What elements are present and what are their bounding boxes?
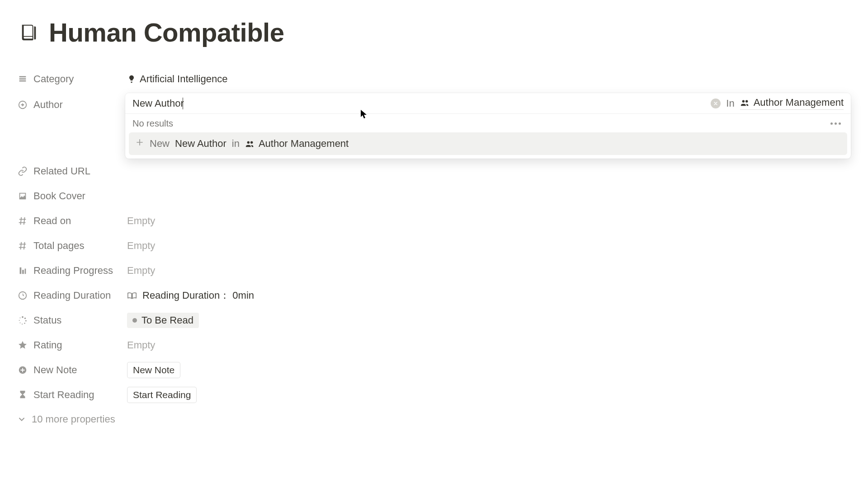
svg-point-0 — [22, 316, 24, 318]
property-label-related-url[interactable]: Related URL — [17, 165, 127, 177]
clear-input-button[interactable] — [711, 99, 721, 108]
svg-point-1 — [24, 317, 26, 319]
relation-target-db[interactable]: Author Management — [740, 97, 844, 110]
property-label-rating[interactable]: Rating — [17, 339, 127, 351]
property-label-read-on[interactable]: Read on — [17, 215, 127, 227]
svg-point-2 — [25, 320, 27, 321]
open-book-icon — [127, 291, 137, 300]
svg-point-5 — [20, 322, 21, 323]
property-label-category[interactable]: Category — [17, 73, 127, 85]
svg-point-4 — [22, 324, 23, 324]
people-icon — [740, 99, 750, 107]
property-label-author[interactable]: Author — [17, 93, 127, 117]
relation-in-label: In — [726, 98, 734, 109]
star-icon — [17, 340, 28, 351]
property-value-status[interactable]: To Be Read — [127, 313, 851, 328]
more-properties-toggle[interactable]: 10 more properties — [17, 413, 851, 425]
status-icon — [17, 315, 28, 326]
svg-point-6 — [19, 320, 20, 321]
svg-point-3 — [24, 323, 25, 324]
start-reading-button[interactable]: Start Reading — [127, 387, 197, 403]
select-icon — [17, 74, 28, 84]
people-icon — [245, 140, 255, 148]
properties-panel: Category Artificial Intelligence Author … — [17, 66, 851, 425]
property-value-reading-duration[interactable]: Reading Duration： 0min — [127, 289, 851, 302]
property-label-reading-progress[interactable]: Reading Progress — [17, 265, 127, 277]
property-value-start-reading: Start Reading — [127, 387, 851, 403]
create-new-relation-item[interactable]: New New Author in Author Management — [129, 132, 847, 155]
new-note-button[interactable]: New Note — [127, 362, 180, 378]
property-value-reading-progress[interactable]: Empty — [127, 265, 851, 277]
relation-search-input[interactable]: New Author — [132, 98, 184, 109]
property-label-total-pages[interactable]: Total pages — [17, 240, 127, 252]
clock-icon — [17, 290, 28, 301]
relation-icon — [17, 99, 28, 110]
property-value-category[interactable]: Artificial Intelligence — [127, 73, 851, 85]
plus-icon — [135, 138, 144, 150]
property-label-start-reading[interactable]: Start Reading — [17, 389, 127, 401]
svg-point-7 — [20, 317, 21, 318]
image-icon — [17, 191, 28, 202]
no-results-label: No results — [132, 118, 173, 129]
link-icon — [17, 166, 28, 177]
text-caret — [183, 98, 184, 109]
plus-circle-icon — [17, 365, 28, 375]
property-label-status[interactable]: Status — [17, 314, 127, 326]
property-label-new-note[interactable]: New Note — [17, 364, 127, 376]
property-value-new-note: New Note — [127, 362, 851, 378]
lightbulb-icon — [127, 75, 136, 84]
page-icon[interactable] — [17, 21, 41, 44]
property-label-reading-duration[interactable]: Reading Duration — [17, 290, 127, 301]
property-value-total-pages[interactable]: Empty — [127, 240, 851, 252]
property-value-read-on[interactable]: Empty — [127, 215, 851, 227]
author-relation-popover: New Author In Author Management No resul… — [125, 93, 851, 159]
close-icon — [713, 101, 718, 106]
property-label-book-cover[interactable]: Book Cover — [17, 190, 127, 202]
hourglass-icon — [17, 389, 28, 400]
page-title[interactable]: Human Compatible — [49, 17, 284, 47]
property-value-rating[interactable]: Empty — [127, 339, 851, 351]
number-icon — [17, 240, 28, 251]
chevron-down-icon — [17, 415, 26, 424]
status-dot-icon — [132, 318, 137, 323]
number-icon — [17, 216, 28, 226]
formula-icon — [17, 265, 28, 276]
more-options-button[interactable] — [828, 120, 844, 127]
